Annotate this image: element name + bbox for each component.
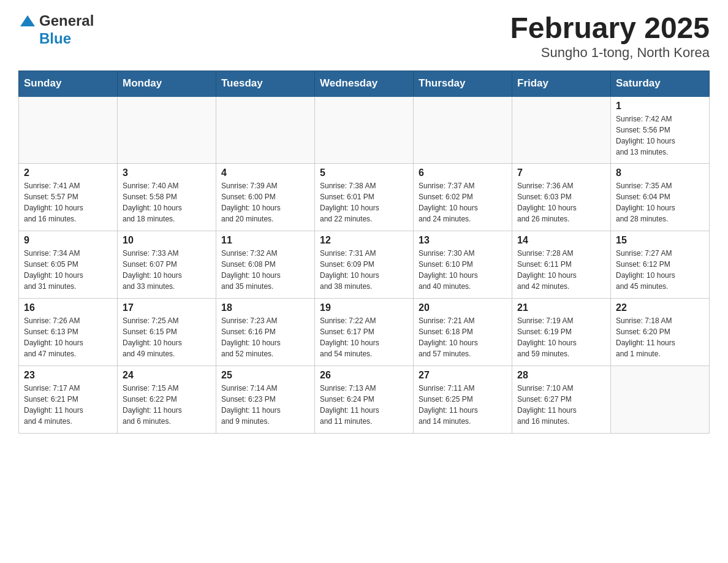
day-info: Sunrise: 7:40 AM Sunset: 5:58 PM Dayligh… (123, 180, 211, 224)
day-number: 13 (419, 235, 507, 246)
day-info: Sunrise: 7:13 AM Sunset: 6:24 PM Dayligh… (320, 383, 408, 427)
day-info: Sunrise: 7:17 AM Sunset: 6:21 PM Dayligh… (24, 383, 112, 427)
day-info: Sunrise: 7:19 AM Sunset: 6:19 PM Dayligh… (517, 315, 605, 359)
calendar-day-cell: 19Sunrise: 7:22 AM Sunset: 6:17 PM Dayli… (315, 299, 414, 366)
day-info: Sunrise: 7:35 AM Sunset: 6:04 PM Dayligh… (616, 180, 704, 224)
calendar-day-cell: 6Sunrise: 7:37 AM Sunset: 6:02 PM Daylig… (414, 164, 512, 231)
calendar-week-row: 23Sunrise: 7:17 AM Sunset: 6:21 PM Dayli… (19, 366, 710, 434)
day-number: 4 (221, 167, 309, 178)
calendar-day-cell: 16Sunrise: 7:26 AM Sunset: 6:13 PM Dayli… (19, 299, 118, 366)
day-info: Sunrise: 7:10 AM Sunset: 6:27 PM Dayligh… (517, 383, 605, 427)
day-info: Sunrise: 7:32 AM Sunset: 6:08 PM Dayligh… (221, 248, 309, 292)
logo-general-text: General (39, 12, 94, 30)
day-number: 18 (221, 302, 309, 313)
day-number: 8 (616, 167, 704, 178)
calendar-day-cell: 20Sunrise: 7:21 AM Sunset: 6:18 PM Dayli… (414, 299, 512, 366)
calendar-title-block: February 2025 Sungho 1-tong, North Korea (510, 12, 710, 61)
day-number: 12 (320, 235, 408, 246)
day-info: Sunrise: 7:30 AM Sunset: 6:10 PM Dayligh… (419, 248, 507, 292)
day-number: 27 (419, 370, 507, 381)
day-number: 3 (123, 167, 211, 178)
calendar-week-row: 9Sunrise: 7:34 AM Sunset: 6:05 PM Daylig… (19, 231, 710, 299)
calendar-day-cell (414, 96, 512, 164)
calendar-day-header: Sunday (19, 71, 118, 96)
calendar-day-cell: 9Sunrise: 7:34 AM Sunset: 6:05 PM Daylig… (19, 231, 118, 299)
calendar-day-header: Wednesday (315, 71, 414, 96)
day-number: 15 (616, 235, 704, 246)
day-number: 1 (616, 101, 704, 112)
calendar-day-cell (512, 96, 611, 164)
day-number: 6 (419, 167, 507, 178)
calendar-day-cell (19, 96, 118, 164)
day-info: Sunrise: 7:18 AM Sunset: 6:20 PM Dayligh… (616, 315, 704, 359)
logo-text: General Blue (39, 12, 94, 48)
day-info: Sunrise: 7:14 AM Sunset: 6:23 PM Dayligh… (221, 383, 309, 427)
day-number: 26 (320, 370, 408, 381)
calendar-day-cell: 28Sunrise: 7:10 AM Sunset: 6:27 PM Dayli… (512, 366, 611, 434)
day-number: 9 (24, 235, 112, 246)
calendar-day-cell: 27Sunrise: 7:11 AM Sunset: 6:25 PM Dayli… (414, 366, 512, 434)
calendar-day-cell: 3Sunrise: 7:40 AM Sunset: 5:58 PM Daylig… (118, 164, 216, 231)
calendar-day-cell: 25Sunrise: 7:14 AM Sunset: 6:23 PM Dayli… (216, 366, 315, 434)
calendar-day-cell: 26Sunrise: 7:13 AM Sunset: 6:24 PM Dayli… (315, 366, 414, 434)
calendar-day-header: Thursday (414, 71, 512, 96)
calendar-table: SundayMondayTuesdayWednesdayThursdayFrid… (18, 71, 710, 434)
calendar-day-cell: 2Sunrise: 7:41 AM Sunset: 5:57 PM Daylig… (19, 164, 118, 231)
calendar-day-cell: 17Sunrise: 7:25 AM Sunset: 6:15 PM Dayli… (118, 299, 216, 366)
day-info: Sunrise: 7:39 AM Sunset: 6:00 PM Dayligh… (221, 180, 309, 224)
day-info: Sunrise: 7:38 AM Sunset: 6:01 PM Dayligh… (320, 180, 408, 224)
day-number: 2 (24, 167, 112, 178)
calendar-week-row: 1Sunrise: 7:42 AM Sunset: 5:56 PM Daylig… (19, 96, 710, 164)
day-number: 10 (123, 235, 211, 246)
day-info: Sunrise: 7:22 AM Sunset: 6:17 PM Dayligh… (320, 315, 408, 359)
day-number: 20 (419, 302, 507, 313)
day-info: Sunrise: 7:21 AM Sunset: 6:18 PM Dayligh… (419, 315, 507, 359)
day-info: Sunrise: 7:25 AM Sunset: 6:15 PM Dayligh… (123, 315, 211, 359)
calendar-day-cell: 23Sunrise: 7:17 AM Sunset: 6:21 PM Dayli… (19, 366, 118, 434)
day-info: Sunrise: 7:11 AM Sunset: 6:25 PM Dayligh… (419, 383, 507, 427)
day-number: 23 (24, 370, 112, 381)
calendar-title: February 2025 (510, 12, 710, 45)
day-number: 5 (320, 167, 408, 178)
day-info: Sunrise: 7:42 AM Sunset: 5:56 PM Dayligh… (616, 113, 704, 158)
day-info: Sunrise: 7:23 AM Sunset: 6:16 PM Dayligh… (221, 315, 309, 359)
day-info: Sunrise: 7:33 AM Sunset: 6:07 PM Dayligh… (123, 248, 211, 292)
calendar-day-cell: 24Sunrise: 7:15 AM Sunset: 6:22 PM Dayli… (118, 366, 216, 434)
calendar-day-cell: 12Sunrise: 7:31 AM Sunset: 6:09 PM Dayli… (315, 231, 414, 299)
day-number: 21 (517, 302, 605, 313)
calendar-day-cell: 14Sunrise: 7:28 AM Sunset: 6:11 PM Dayli… (512, 231, 611, 299)
day-number: 28 (517, 370, 605, 381)
svg-marker-0 (20, 15, 35, 26)
calendar-week-row: 2Sunrise: 7:41 AM Sunset: 5:57 PM Daylig… (19, 164, 710, 231)
day-info: Sunrise: 7:31 AM Sunset: 6:09 PM Dayligh… (320, 248, 408, 292)
calendar-day-cell (216, 96, 315, 164)
calendar-week-row: 16Sunrise: 7:26 AM Sunset: 6:13 PM Dayli… (19, 299, 710, 366)
day-info: Sunrise: 7:26 AM Sunset: 6:13 PM Dayligh… (24, 315, 112, 359)
day-info: Sunrise: 7:15 AM Sunset: 6:22 PM Dayligh… (123, 383, 211, 427)
calendar-day-header: Friday (512, 71, 611, 96)
day-number: 22 (616, 302, 704, 313)
calendar-day-cell: 8Sunrise: 7:35 AM Sunset: 6:04 PM Daylig… (611, 164, 710, 231)
page-header: General Blue February 2025 Sungho 1-tong… (18, 12, 710, 61)
day-info: Sunrise: 7:36 AM Sunset: 6:03 PM Dayligh… (517, 180, 605, 224)
logo-icon (18, 13, 37, 32)
day-number: 14 (517, 235, 605, 246)
calendar-header-row: SundayMondayTuesdayWednesdayThursdayFrid… (19, 71, 710, 96)
day-number: 19 (320, 302, 408, 313)
day-number: 17 (123, 302, 211, 313)
calendar-day-cell: 18Sunrise: 7:23 AM Sunset: 6:16 PM Dayli… (216, 299, 315, 366)
calendar-day-cell: 15Sunrise: 7:27 AM Sunset: 6:12 PM Dayli… (611, 231, 710, 299)
calendar-day-cell: 11Sunrise: 7:32 AM Sunset: 6:08 PM Dayli… (216, 231, 315, 299)
day-number: 16 (24, 302, 112, 313)
day-info: Sunrise: 7:28 AM Sunset: 6:11 PM Dayligh… (517, 248, 605, 292)
calendar-day-cell: 22Sunrise: 7:18 AM Sunset: 6:20 PM Dayli… (611, 299, 710, 366)
day-number: 24 (123, 370, 211, 381)
calendar-subtitle: Sungho 1-tong, North Korea (510, 45, 710, 61)
calendar-day-header: Tuesday (216, 71, 315, 96)
calendar-day-header: Monday (118, 71, 216, 96)
calendar-day-cell: 10Sunrise: 7:33 AM Sunset: 6:07 PM Dayli… (118, 231, 216, 299)
day-info: Sunrise: 7:27 AM Sunset: 6:12 PM Dayligh… (616, 248, 704, 292)
calendar-day-cell (315, 96, 414, 164)
day-number: 7 (517, 167, 605, 178)
calendar-day-cell (118, 96, 216, 164)
